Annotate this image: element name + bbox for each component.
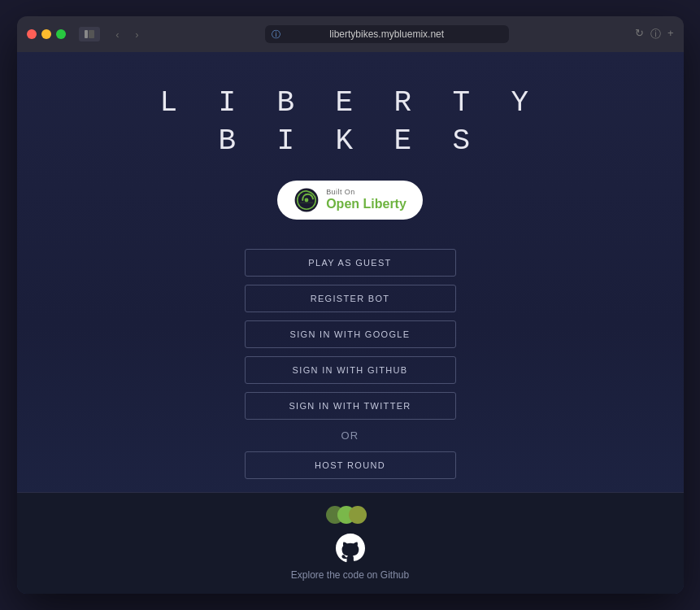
github-link[interactable]: Explore the code on Github (291, 532, 409, 581)
add-tab-icon[interactable]: + (667, 27, 674, 41)
url-bar-container: ⓘ libertybikes.mybluemix.net (152, 25, 622, 43)
traffic-lights (27, 29, 66, 39)
host-round-button[interactable]: HOST ROUND (245, 451, 456, 479)
minimize-window-button[interactable] (41, 29, 51, 39)
info-icon[interactable]: ⓘ (650, 27, 661, 41)
footer: Explore the code on Github (17, 492, 684, 594)
title-line1: L I B E R T Y (159, 85, 540, 123)
open-liberty-badge[interactable]: Built On Open Liberty (277, 181, 423, 220)
open-liberty-text: Built On Open Liberty (326, 189, 407, 211)
or-divider: OR (341, 429, 359, 442)
svg-point-3 (305, 198, 309, 202)
navigation-buttons: ‹ › (110, 27, 146, 41)
open-liberty-name: Open Liberty (326, 197, 407, 211)
footer-icon-3 (349, 506, 367, 524)
window-content: L I B E R T Y B I K E S Built On Open Li… (17, 52, 684, 594)
svg-rect-0 (85, 30, 88, 38)
built-on-label: Built On (326, 189, 407, 197)
footer-icons (326, 506, 375, 524)
svg-rect-1 (89, 30, 94, 38)
title-line2: B I K E S (159, 123, 540, 161)
sign-in-twitter-button[interactable]: SIGN IN WITH TWITTER (245, 392, 456, 420)
open-liberty-logo-icon (293, 187, 320, 213)
main-content: L I B E R T Y B I K E S Built On Open Li… (17, 52, 684, 492)
sidebar-toggle-button[interactable] (79, 27, 100, 41)
github-icon (334, 532, 367, 564)
sign-in-google-button[interactable]: SIGN IN WITH GOOGLE (245, 320, 456, 348)
register-bot-button[interactable]: REGISTER BOT (245, 285, 456, 312)
url-bar[interactable]: libertybikes.mybluemix.net (265, 25, 509, 43)
browser-window: ‹ › ⓘ libertybikes.mybluemix.net ↻ ⓘ + L… (17, 16, 684, 594)
titlebar: ‹ › ⓘ libertybikes.mybluemix.net ↻ ⓘ + (17, 16, 684, 52)
back-button[interactable]: ‹ (110, 27, 126, 41)
play-as-guest-button[interactable]: PLAY AS GUEST (245, 249, 456, 277)
buttons-container: PLAY AS GUEST REGISTER BOT SIGN IN WITH … (241, 249, 460, 479)
forward-button[interactable]: › (129, 27, 146, 41)
sign-in-github-button[interactable]: SIGN IN WITH GITHUB (245, 356, 456, 384)
maximize-window-button[interactable] (56, 29, 66, 39)
titlebar-right-controls: ↻ ⓘ + (635, 27, 674, 41)
close-window-button[interactable] (27, 29, 37, 39)
refresh-icon[interactable]: ↻ (635, 27, 644, 41)
window-controls (79, 27, 100, 41)
security-icon: ⓘ (272, 28, 280, 41)
github-explore-text: Explore the code on Github (291, 569, 409, 581)
game-title: L I B E R T Y B I K E S (159, 85, 540, 161)
